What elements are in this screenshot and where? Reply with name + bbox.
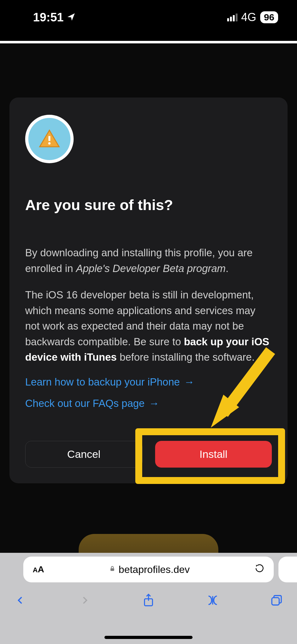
warning-icon [28, 118, 70, 160]
link-label: Learn how to backup your iPhone [25, 376, 180, 388]
divider [0, 41, 297, 43]
cancel-button[interactable]: Cancel [25, 441, 143, 468]
dialog-title: Are you sure of this? [25, 196, 272, 214]
battery-badge: 96 [260, 11, 278, 23]
svg-rect-6 [272, 598, 279, 605]
dialog-paragraph-2: The iOS 16 developer beta is still in de… [25, 287, 272, 365]
url-text: betaprofiles.dev [119, 564, 190, 575]
forward-button[interactable] [77, 592, 92, 608]
status-time-group: 19:51 [33, 11, 76, 24]
link-label: Check out our FAQs page [25, 397, 145, 409]
next-tab-peek[interactable] [278, 557, 297, 582]
warning-icon-wrap [25, 115, 74, 163]
bookmarks-button[interactable] [205, 592, 221, 608]
arrow-right-icon: → [181, 376, 194, 388]
signal-icon [227, 14, 238, 21]
text-segment: . [226, 263, 228, 274]
svg-rect-3 [110, 568, 114, 571]
status-right: 4G 96 [227, 11, 278, 24]
tabs-button[interactable] [269, 592, 284, 608]
reload-button[interactable] [255, 564, 264, 575]
status-time: 19:51 [33, 11, 64, 24]
address-bar[interactable]: AA betaprofiles.dev [23, 557, 274, 582]
location-icon [67, 11, 76, 24]
browser-toolbar [0, 582, 297, 608]
share-button[interactable] [141, 592, 156, 608]
browser-chrome: AA betaprofiles.dev [0, 553, 297, 644]
status-bar: 19:51 4G 96 [0, 0, 297, 41]
svg-rect-0 [48, 136, 50, 141]
network-type: 4G [241, 11, 256, 24]
text-italic: Apple's Developer Beta program [76, 263, 226, 274]
dialog-paragraph-1: By downloading and installing this profi… [25, 245, 272, 276]
lock-icon [109, 565, 115, 575]
faqs-link[interactable]: Check out our FAQs page → [25, 397, 159, 409]
dialog-buttons: Cancel Install [25, 441, 272, 468]
svg-point-1 [48, 142, 50, 144]
backup-link[interactable]: Learn how to backup your iPhone → [25, 376, 194, 388]
home-indicator[interactable] [104, 636, 193, 639]
install-button[interactable]: Install [155, 441, 272, 468]
url-display[interactable]: betaprofiles.dev [44, 564, 255, 575]
text-segment: before installing the software. [117, 351, 255, 363]
reader-aa-button[interactable]: AA [33, 564, 44, 575]
arrow-right-icon: → [146, 397, 159, 409]
confirm-dialog: Are you sure of this? By downloading and… [9, 97, 288, 483]
back-button[interactable] [13, 592, 28, 608]
